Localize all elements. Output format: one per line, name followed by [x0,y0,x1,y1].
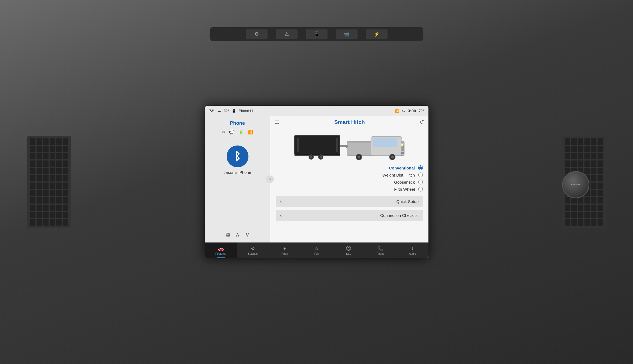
phys-btn-warning[interactable]: ⚠ [276,29,298,39]
radio-conventional[interactable] [418,165,423,170]
nav-audio-label: Audio [409,252,416,255]
phys-btn-camera[interactable]: 📹 [336,29,358,39]
bluetooth-icon: ᛒ [234,150,241,163]
pro-trailer-label: Features [571,183,580,186]
nav-fav[interactable]: ☆ Fav [301,242,332,258]
bluetooth-circle: ᛒ [226,145,248,167]
nav-settings[interactable]: ⚙ Settings [237,242,269,258]
right-panel-smart-hitch: ☰ Smart Hitch ↺ [270,116,428,242]
radio-weight-dist[interactable] [418,172,423,177]
clock: 3:00 [408,108,416,113]
action-buttons: ‹ Quick Setup ‹ Connection Checklist [270,193,428,224]
signal-icon: 📶 [248,129,253,135]
nav-audio[interactable]: ♪ Audio [396,242,428,258]
copy-icon[interactable]: ⧉ [225,231,230,238]
panel-collapse-arrow[interactable]: › [266,175,274,183]
nav-nav-label: Nav [346,253,351,256]
nav-features-label: Features [215,252,226,255]
phone-status-icons: ✉ 💬 🔋 📶 [222,129,253,135]
left-panel-phone: Phone ✉ 💬 🔋 📶 ᛒ Jason's iPhone › ⧉ ∧ ∨ [205,116,270,242]
svg-rect-14 [347,142,371,143]
option-conventional-label: Conventional [389,166,415,170]
svg-rect-2 [297,138,299,152]
connection-checklist-button[interactable]: ‹ Connection Checklist [276,210,423,221]
nav-phone[interactable]: 📞 Phone [364,242,396,258]
phys-btn-phone[interactable]: 📱 [306,29,328,39]
radio-gooseneck[interactable] [418,180,423,184]
svg-rect-4 [294,154,340,156]
option-conventional[interactable]: Conventional [276,165,423,170]
chevron-down-icon[interactable]: ∨ [245,231,249,238]
refresh-icon[interactable]: ↺ [419,119,424,125]
status-left: 72° ☁ 80° 📱 Phone List [209,109,256,113]
physical-controls-bar: ⚙ ⚠ 📱 📹 ⚡ [210,27,423,41]
infotainment-screen: 72° ☁ 80° 📱 Phone List 📶 ⇆ 3:00 72° Phon… [205,106,428,258]
status-right: 📶 ⇆ 3:00 72° [395,108,424,113]
svg-rect-18 [401,152,404,154]
nav-settings-icon: ⚙ [250,245,255,251]
nav-phone-label: Phone [376,252,384,255]
nav-nav-icon: Ⓐ [346,245,351,252]
nav-features-icon: 🚗 [218,245,224,251]
nav-audio-icon: ♪ [411,246,413,251]
option-weight-dist[interactable]: Weight Dist. Hitch [276,172,423,177]
status-bar: 72° ☁ 80° 📱 Phone List 📶 ⇆ 3:00 72° [205,106,428,116]
nav-apps[interactable]: ⊞ Apps [269,242,301,258]
svg-rect-12 [373,138,397,147]
connection-checklist-label: Connection Checklist [380,213,419,218]
outside-temp: 72° [209,109,215,113]
wifi-status-icon: 📶 [395,109,399,113]
truck-trailer-svg [292,131,407,161]
phone-list-label: Phone List [239,109,255,113]
option-gooseneck-label: Gooseneck [394,180,415,184]
menu-icon[interactable]: ☰ [275,119,280,125]
nav-settings-label: Settings [248,252,257,255]
nav-fav-label: Fav [314,252,319,255]
option-gooseneck[interactable]: Gooseneck [276,180,423,184]
nav-features[interactable]: 🚗 Features [205,242,237,258]
dashboard: Features ⚙ ⚠ 📱 📹 ⚡ 72° ☁ 80° 📱 Phone Lis… [0,0,633,364]
nav-apps-icon: ⊞ [283,245,287,251]
main-content: Phone ✉ 💬 🔋 📶 ᛒ Jason's iPhone › ⧉ ∧ ∨ [205,116,428,242]
option-fifth-wheel[interactable]: Fifth Wheel [276,187,423,192]
nav-apps-label: Apps [281,252,288,255]
phys-btn-connect[interactable]: ⚡ [366,29,388,39]
weather-icon: ☁ [217,109,221,113]
quick-setup-label: Quick Setup [396,199,419,204]
nav-nav[interactable]: Ⓐ Nav [332,242,364,258]
svg-rect-13 [347,142,371,156]
mail-icon: ✉ [222,129,225,135]
phys-btn-1[interactable]: ⚙ [246,29,268,39]
device-name: Jason's iPhone [223,170,251,175]
nav-phone-icon: 📞 [377,245,383,251]
phone-list-icon: 📱 [232,109,236,113]
connection-checklist-arrow: ‹ [280,213,282,218]
right-panel-header: ☰ Smart Hitch ↺ [270,116,428,128]
bottom-phone-icons: ⧉ ∧ ∨ [225,231,249,238]
option-fifth-wheel-label: Fifth Wheel [394,187,415,192]
quick-setup-button[interactable]: ‹ Quick Setup [276,196,423,207]
left-vent-grille [27,136,71,228]
nav-fav-icon: ☆ [314,245,319,251]
inside-temp: 80° [223,109,229,113]
svg-rect-3 [336,138,338,152]
nav-bar: 🚗 Features ⚙ Settings ⊞ Apps ☆ Fav Ⓐ Nav… [205,242,428,258]
radio-dot [419,166,422,169]
right-panel-title: Smart Hitch [334,119,365,125]
hitch-options: Conventional Weight Dist. Hitch Goosenec… [270,164,428,193]
truck-trailer-image [270,128,428,164]
chevron-up-icon[interactable]: ∧ [235,231,239,238]
bluetooth-status-icon: ⇆ [402,109,405,113]
svg-rect-1 [295,136,339,154]
battery-icon: 🔋 [238,129,244,135]
quick-setup-arrow: ‹ [280,199,282,204]
radio-fifth-wheel[interactable] [418,187,423,192]
left-panel-title: Phone [230,120,245,126]
option-weight-dist-label: Weight Dist. Hitch [382,173,415,177]
message-icon: 💬 [229,129,235,135]
pro-trailer-knob[interactable]: Features [562,171,589,198]
svg-rect-15 [401,141,404,143]
outside-temp-right: 72° [419,109,424,113]
